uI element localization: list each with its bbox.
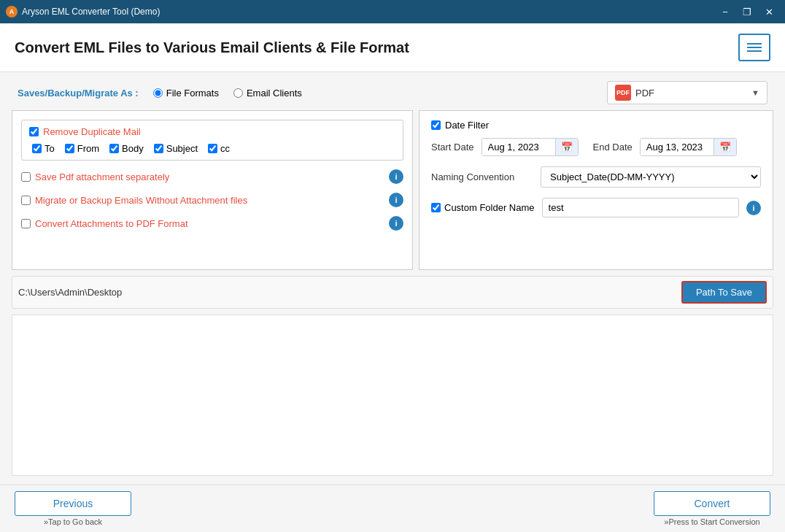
migrate-left: Migrate or Backup Emails Without Attachm… <box>21 195 247 206</box>
path-bar: Path To Save <box>12 276 773 309</box>
page-title: Convert EML Files to Various Email Clien… <box>15 39 409 56</box>
remove-dup-label: Remove Duplicate Mail <box>43 126 141 137</box>
sub-checkboxes: To From Body Subject <box>29 143 395 154</box>
start-date-calendar-btn[interactable]: 📅 <box>555 139 578 155</box>
save-pdf-section: Save Pdf attachment separately i <box>21 169 403 184</box>
check-body[interactable]: Body <box>109 143 144 154</box>
title-bar-left: A Aryson EML Converter Tool (Demo) <box>6 6 160 18</box>
migrate-checkbox[interactable] <box>21 196 31 205</box>
start-date-label: Start Date <box>431 142 474 153</box>
app-icon: A <box>6 6 18 18</box>
remove-duplicate-section: Remove Duplicate Mail To From <box>21 120 403 161</box>
check-cc[interactable]: cc <box>208 143 230 154</box>
convert-attach-section: Convert Attachments to PDF Format i <box>21 216 403 231</box>
log-area <box>12 315 773 476</box>
close-button[interactable]: ✕ <box>759 4 779 20</box>
radio-group: File Formats Email Clients <box>153 88 302 99</box>
path-input[interactable] <box>18 287 676 298</box>
file-formats-label: File Formats <box>166 88 219 99</box>
save-pdf-left: Save Pdf attachment separately <box>21 171 169 182</box>
remove-dup-checkbox[interactable] <box>29 127 39 136</box>
radio-email-clients-input[interactable] <box>233 88 243 98</box>
header: Convert EML Files to Various Email Clien… <box>0 23 785 72</box>
convert-hint: »Press to Start Conversion <box>664 517 759 526</box>
restore-button[interactable]: ❐ <box>737 4 757 20</box>
check-to[interactable]: To <box>32 143 55 154</box>
date-row: Start Date 📅 End Date 📅 <box>431 138 761 156</box>
menu-button[interactable] <box>738 34 770 61</box>
pdf-label: PDF <box>635 88 747 99</box>
radio-file-formats[interactable]: File Formats <box>153 88 219 99</box>
radio-email-clients[interactable]: Email Clients <box>233 88 302 99</box>
custom-folder-label: Custom Folder Name <box>444 202 535 213</box>
date-filter-section: Date Filter Start Date 📅 End Date 📅 <box>431 120 761 156</box>
save-pdf-info-btn[interactable]: i <box>389 169 403 184</box>
window-title: Aryson EML Converter Tool (Demo) <box>22 7 160 17</box>
path-to-save-button[interactable]: Path To Save <box>681 281 767 304</box>
remove-dup-header: Remove Duplicate Mail <box>29 126 395 137</box>
convert-attach-info-btn[interactable]: i <box>389 216 403 231</box>
previous-button[interactable]: Previous <box>15 491 131 516</box>
bottom-left: Previous »Tap to Go back <box>15 491 131 526</box>
custom-folder-checkbox[interactable] <box>431 203 441 212</box>
start-date-input[interactable] <box>482 139 555 155</box>
pdf-dropdown[interactable]: PDF PDF ▼ <box>607 81 767 104</box>
radio-file-formats-input[interactable] <box>153 88 163 98</box>
start-date-input-wrap: 📅 <box>482 138 579 156</box>
content-area: Saves/Backup/Migrate As : File Formats E… <box>0 72 785 485</box>
date-filter-checkbox[interactable] <box>431 120 441 130</box>
convert-attach-left: Convert Attachments to PDF Format <box>21 218 188 229</box>
migrate-section: Migrate or Backup Emails Without Attachm… <box>21 193 403 207</box>
migrate-label: Migrate or Backup Emails Without Attachm… <box>35 195 247 206</box>
main-panels: Remove Duplicate Mail To From <box>12 110 773 270</box>
end-date-label: End Date <box>593 142 633 153</box>
end-date-input[interactable] <box>641 139 714 155</box>
left-panel: Remove Duplicate Mail To From <box>12 110 413 270</box>
save-pdf-checkbox[interactable] <box>21 172 31 182</box>
dropdown-arrow-icon: ▼ <box>751 88 759 97</box>
check-subject[interactable]: Subject <box>154 143 198 154</box>
save-pdf-label: Save Pdf attachment separately <box>35 171 169 182</box>
custom-folder-input[interactable] <box>542 198 739 217</box>
save-as-bar: Saves/Backup/Migrate As : File Formats E… <box>12 81 773 104</box>
minimize-button[interactable]: − <box>715 4 735 20</box>
previous-hint: »Tap to Go back <box>44 517 102 526</box>
title-bar-controls: − ❐ ✕ <box>715 4 779 20</box>
main-window: Convert EML Files to Various Email Clien… <box>0 23 785 532</box>
bottom-right: Convert »Press to Start Conversion <box>654 491 770 526</box>
migrate-info-btn[interactable]: i <box>389 193 403 207</box>
check-from[interactable]: From <box>65 143 99 154</box>
bottom-bar: Previous »Tap to Go back Convert »Press … <box>0 485 785 532</box>
date-filter-label: Date Filter <box>445 120 489 131</box>
email-clients-label: Email Clients <box>247 88 302 99</box>
naming-convention-label: Naming Convention <box>431 171 533 182</box>
pdf-icon: PDF <box>615 85 631 101</box>
right-panel: Date Filter Start Date 📅 End Date 📅 <box>419 110 773 270</box>
naming-convention-select[interactable]: Subject_Date(DD-MM-YYYY)Date_SubjectSubj… <box>541 166 761 188</box>
naming-convention-row: Naming Convention Subject_Date(DD-MM-YYY… <box>431 166 761 188</box>
convert-attach-label: Convert Attachments to PDF Format <box>35 218 188 229</box>
custom-folder-info-btn[interactable]: i <box>746 201 761 215</box>
end-date-input-wrap: 📅 <box>640 138 737 156</box>
date-filter-header: Date Filter <box>431 120 761 131</box>
end-date-calendar-btn[interactable]: 📅 <box>714 139 736 155</box>
custom-folder-row: Custom Folder Name i <box>431 198 761 217</box>
custom-folder-label-wrap: Custom Folder Name <box>431 202 535 213</box>
convert-button[interactable]: Convert <box>654 491 770 516</box>
convert-attach-checkbox[interactable] <box>21 219 31 228</box>
hamburger-icon <box>747 41 762 54</box>
save-as-label: Saves/Backup/Migrate As : <box>18 88 139 99</box>
title-bar: A Aryson EML Converter Tool (Demo) − ❐ ✕ <box>0 0 785 23</box>
